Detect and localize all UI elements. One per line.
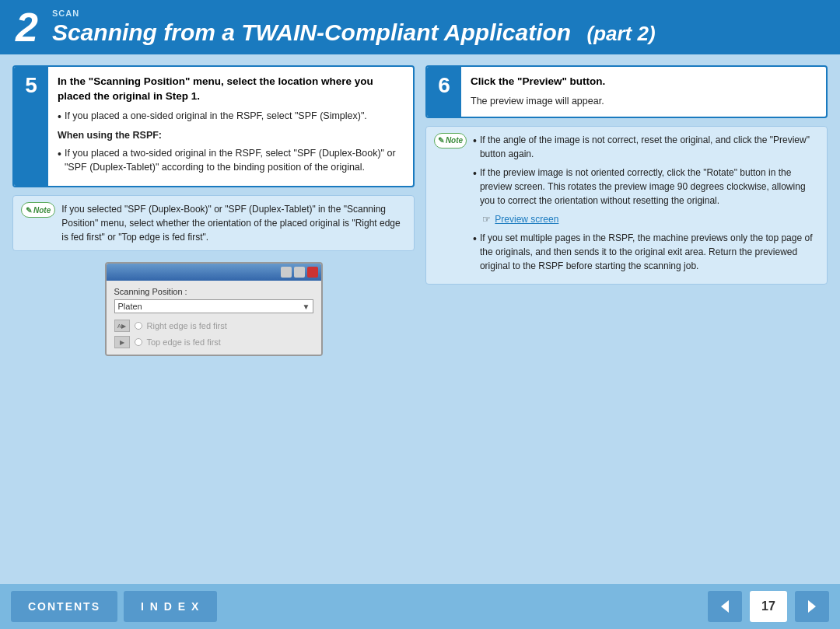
step6-box: 6 Click the "Preview" button. The previe…: [425, 65, 828, 118]
main-content: 5 In the "Scanning Position" menu, selec…: [0, 54, 840, 564]
footer: CONTENTS I N D E X 17: [0, 584, 840, 629]
minimize-btn[interactable]: [281, 267, 292, 278]
ss-radio-row1: A▶ Right edge is fed first: [114, 320, 313, 332]
scan-label: SCAN: [52, 9, 656, 18]
ss-select[interactable]: Platen ▼: [114, 299, 313, 313]
ss-radio2[interactable]: [135, 338, 142, 346]
step5-content: In the "Scanning Position" menu, select …: [48, 67, 413, 186]
step5-note-text: If you selected "SPF (Duplex-Book)" or "…: [61, 202, 406, 244]
ss-radio-group: A▶ Right edge is fed first ▶ Top edge is…: [114, 320, 313, 348]
page-header: 2 SCAN Scanning from a TWAIN-Compliant A…: [0, 0, 840, 54]
right-panel: 6 Click the "Preview" button. The previe…: [425, 65, 828, 564]
next-arrow-icon: [804, 599, 820, 614]
ss-radio1[interactable]: [135, 322, 142, 330]
page-title: Scanning from a TWAIN-Compliant Applicat…: [52, 19, 656, 46]
note-badge: Note: [21, 202, 55, 244]
note-badge-right: Note: [434, 133, 467, 149]
note-bullet3: • If you set multiple pages in the RSPF,…: [473, 231, 819, 273]
step5-box: 5 In the "Scanning Position" menu, selec…: [12, 65, 415, 187]
step5-number: 5: [14, 67, 48, 186]
prev-arrow-icon: [717, 599, 733, 614]
ss-select-arrow: ▼: [303, 302, 310, 311]
note-bullet1: • If the angle of the image is not corre…: [473, 133, 819, 161]
right-note-content: • If the angle of the image is not corre…: [473, 133, 819, 278]
note-bullet2: • If the preview image is not oriented c…: [473, 166, 819, 208]
ss-radio-row2: ▶ Top edge is fed first: [114, 336, 313, 348]
step5-bullet2: • If you placed a two-sided original in …: [58, 146, 404, 176]
header-text: SCAN Scanning from a TWAIN-Compliant App…: [52, 9, 656, 46]
step5-body: • If you placed a one-sided original in …: [58, 109, 404, 175]
step5-note: Note If you selected "SPF (Duplex-Book)"…: [12, 195, 415, 251]
left-panel: 5 In the "Scanning Position" menu, selec…: [12, 65, 415, 564]
ss-icon2: ▶: [114, 336, 130, 348]
close-btn[interactable]: [307, 267, 318, 278]
chapter-number: 2: [16, 7, 38, 47]
note-header: Note • If the angle of the image is not …: [434, 133, 819, 278]
maximize-btn[interactable]: [294, 267, 305, 278]
ss-titlebar: [107, 264, 321, 281]
contents-button[interactable]: CONTENTS: [11, 591, 117, 622]
ss-icon1: A▶: [114, 320, 130, 332]
svg-marker-0: [721, 600, 729, 613]
ss-body: Scanning Position : Platen ▼ A▶ Right ed…: [107, 281, 321, 355]
step5-bullet1: • If you placed a one-sided original in …: [58, 109, 404, 125]
step6-number: 6: [427, 67, 461, 117]
footer-nav: 17: [708, 591, 829, 622]
svg-marker-1: [808, 600, 816, 613]
prev-page-button[interactable]: [708, 591, 742, 622]
step6-subtitle: The preview image will appear.: [471, 94, 817, 109]
index-button[interactable]: I N D E X: [124, 591, 217, 622]
page-number: 17: [750, 591, 787, 622]
preview-screen-link[interactable]: Preview screen: [495, 214, 558, 225]
step6-content: Click the "Preview" button. The preview …: [461, 67, 826, 117]
screenshot-simulation: Scanning Position : Platen ▼ A▶ Right ed…: [105, 262, 323, 356]
step5-title: In the "Scanning Position" menu, select …: [58, 75, 404, 104]
next-page-button[interactable]: [795, 591, 829, 622]
step6-note: Note • If the angle of the image is not …: [425, 126, 828, 285]
step6-title: Click the "Preview" button.: [471, 75, 817, 89]
ss-scanning-position-label: Scanning Position :: [114, 287, 313, 296]
